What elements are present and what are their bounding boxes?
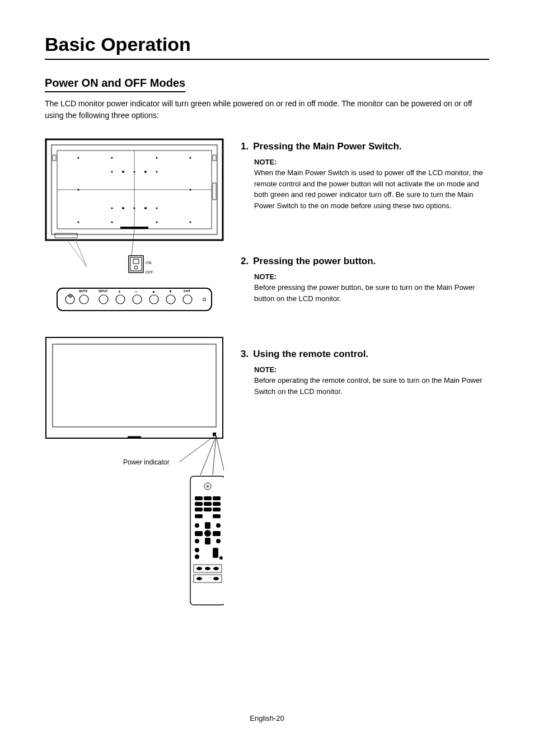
svg-point-40 <box>99 295 108 304</box>
button-exit-label: EXIT <box>184 289 190 293</box>
svg-rect-61 <box>195 502 203 506</box>
svg-point-57 <box>207 485 209 488</box>
svg-rect-74 <box>213 531 221 536</box>
svg-rect-50 <box>213 433 216 436</box>
svg-rect-33 <box>129 256 143 273</box>
power-indicator-label: Power indicator <box>123 458 170 466</box>
method-1-note-text: When the Main Power Switch is used to po… <box>254 167 489 211</box>
svg-rect-58 <box>195 496 203 500</box>
svg-point-36 <box>134 266 138 269</box>
method-1: 1. Pressing the Main Power Switch. NOTE:… <box>241 141 489 211</box>
svg-rect-70 <box>205 522 210 529</box>
method-2-note-text: Before pressing the power button, be sur… <box>254 282 489 304</box>
svg-point-87 <box>196 577 202 580</box>
svg-point-22 <box>111 222 113 223</box>
method-2-note-label: NOTE: <box>254 273 489 281</box>
svg-point-71 <box>216 523 221 528</box>
svg-point-11 <box>134 171 135 173</box>
svg-rect-63 <box>213 502 221 506</box>
svg-point-45 <box>183 295 192 304</box>
svg-point-75 <box>195 539 199 543</box>
svg-point-5 <box>78 157 79 159</box>
button-power-icon: ⏻ <box>68 293 72 298</box>
method-3-note-text: Before operating the remote control, be … <box>254 375 489 397</box>
svg-point-81 <box>219 556 223 560</box>
svg-point-77 <box>216 539 221 543</box>
svg-point-79 <box>195 555 199 559</box>
svg-point-20 <box>156 208 158 209</box>
method-1-note-label: NOTE: <box>254 158 489 166</box>
svg-point-15 <box>190 189 191 191</box>
svg-point-43 <box>149 295 158 304</box>
svg-rect-29 <box>120 227 148 229</box>
svg-rect-72 <box>195 531 203 536</box>
svg-rect-80 <box>213 548 218 558</box>
svg-rect-65 <box>204 508 212 511</box>
button-up-label: ▲ <box>152 289 156 293</box>
svg-rect-25 <box>53 155 56 161</box>
svg-point-46 <box>203 298 206 301</box>
methods-column: 1. Pressing the Main Power Switch. NOTE:… <box>241 138 489 630</box>
svg-point-41 <box>116 295 125 304</box>
svg-rect-60 <box>213 496 221 500</box>
svg-point-14 <box>78 189 79 191</box>
svg-rect-68 <box>213 514 221 518</box>
svg-rect-66 <box>213 508 221 511</box>
svg-rect-26 <box>213 155 216 161</box>
svg-point-23 <box>156 222 158 223</box>
content-row: ON OFF ⏻ MUTE INPUT + − ▲ ▼ EXIT <box>45 138 489 630</box>
svg-rect-28 <box>55 233 77 238</box>
method-1-heading: Pressing the Main Power Switch. <box>253 141 401 152</box>
svg-point-9 <box>111 171 113 173</box>
svg-rect-48 <box>53 344 216 427</box>
svg-rect-59 <box>204 496 212 500</box>
svg-rect-34 <box>130 257 142 271</box>
svg-rect-62 <box>204 502 212 506</box>
method-2-heading: Pressing the power button. <box>253 256 376 267</box>
monitor-back-figure: ON OFF ⏻ MUTE INPUT + − ▲ ▼ EXIT <box>45 138 224 320</box>
method-3-note-label: NOTE: <box>254 365 489 374</box>
page: Basic Operation Power ON and OFF Modes T… <box>0 0 534 756</box>
diagram-column: ON OFF ⏻ MUTE INPUT + − ▲ ▼ EXIT <box>45 138 224 630</box>
svg-rect-47 <box>46 337 223 438</box>
svg-point-84 <box>205 567 210 570</box>
svg-rect-35 <box>133 259 139 264</box>
svg-point-85 <box>213 567 219 570</box>
method-2: 2. Pressing the power button. NOTE: Befo… <box>241 256 489 304</box>
svg-point-17 <box>122 207 124 209</box>
button-minus-label: − <box>135 289 138 294</box>
method-3-heading: Using the remote control. <box>253 349 368 360</box>
svg-rect-67 <box>195 514 203 518</box>
section-heading: Power ON and OFF Modes <box>45 77 185 92</box>
svg-point-78 <box>195 548 199 552</box>
svg-point-18 <box>134 208 135 209</box>
button-input-label: INPUT <box>99 289 108 293</box>
svg-point-39 <box>79 295 88 304</box>
svg-point-16 <box>111 208 113 209</box>
page-title: Basic Operation <box>45 34 489 60</box>
svg-point-8 <box>190 157 191 159</box>
svg-point-19 <box>144 207 147 209</box>
page-footer: English-20 <box>0 714 534 722</box>
switch-off-label: OFF <box>146 270 153 274</box>
svg-point-44 <box>166 295 175 304</box>
svg-point-73 <box>204 530 211 537</box>
svg-line-51 <box>179 436 214 462</box>
method-2-num: 2. <box>241 256 249 267</box>
monitor-front-figure: Power indicator <box>45 336 224 618</box>
svg-point-13 <box>156 171 158 173</box>
svg-point-12 <box>144 171 147 173</box>
method-3: 3. Using the remote control. NOTE: Befor… <box>241 349 489 397</box>
svg-rect-76 <box>205 538 210 544</box>
svg-point-42 <box>133 295 142 304</box>
svg-point-7 <box>156 157 158 159</box>
switch-on-label: ON <box>146 261 152 265</box>
button-down-label: ▼ <box>168 289 172 293</box>
svg-point-24 <box>190 222 191 223</box>
method-1-num: 1. <box>241 141 249 152</box>
intro-text: The LCD monitor power indicator will tur… <box>45 98 489 121</box>
svg-rect-64 <box>195 508 203 511</box>
svg-line-53 <box>213 436 216 475</box>
svg-point-10 <box>122 171 124 173</box>
svg-point-69 <box>195 523 199 528</box>
